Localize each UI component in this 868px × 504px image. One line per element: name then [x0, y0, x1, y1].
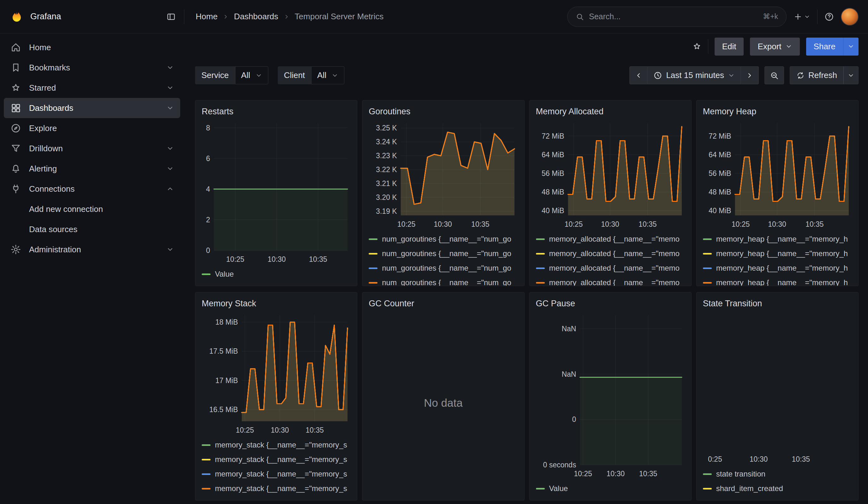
panel-memory-stack: Memory Stack16.5 MiB17 MiB17.5 MiB18 MiB…	[195, 292, 357, 501]
time-range-picker[interactable]: Last 15 minutes	[648, 66, 741, 84]
legend-item[interactable]: memory_stack {__name__="memory_s	[202, 438, 351, 452]
grafana-logo-icon[interactable]	[9, 10, 24, 24]
legend-item[interactable]: memory_heap {__name__="memory_h	[703, 275, 852, 286]
sidebar-item-home[interactable]: Home	[4, 37, 180, 58]
app-body: HomeBookmarksStarredDashboardsExploreDri…	[0, 33, 868, 504]
svg-text:3.22 K: 3.22 K	[376, 165, 397, 174]
chevron-down-icon[interactable]	[166, 145, 174, 152]
main-area: Edit Export Share ServiceAllClientAll La…	[184, 33, 868, 504]
panel-title[interactable]: State Transition	[703, 297, 852, 310]
chart-canvas[interactable]: 16.5 MiB17 MiB17.5 MiB18 MiB10:2510:3010…	[202, 310, 351, 436]
chart-canvas[interactable]: 40 MiB48 MiB56 MiB64 MiB72 MiB10:2510:30…	[536, 118, 685, 230]
legend-item[interactable]: state transition	[703, 467, 852, 481]
search-input[interactable]	[589, 12, 758, 21]
refresh-interval-button[interactable]	[844, 66, 859, 84]
time-shift-back-button[interactable]	[629, 66, 648, 84]
sidebar-item-explore[interactable]: Explore	[4, 118, 180, 138]
chevron-down-icon[interactable]	[166, 84, 174, 92]
dock-sidebar-icon[interactable]	[166, 12, 176, 21]
export-button-label: Export	[757, 42, 781, 51]
export-button[interactable]: Export	[750, 38, 799, 55]
sidebar-item-label: Dashboards	[29, 103, 73, 113]
legend-item[interactable]: num_goroutines {__name__="num_go	[369, 275, 518, 286]
legend-marker	[703, 282, 712, 284]
legend-item[interactable]: Value	[202, 267, 351, 281]
favorite-star-icon[interactable]	[692, 42, 702, 51]
panel-title[interactable]: Memory Heap	[703, 105, 852, 118]
variable-value-dropdown[interactable]: All	[311, 66, 344, 84]
legend-item[interactable]: num_goroutines {__name__="num_go	[369, 232, 518, 246]
legend-label: memory_stack {__name__="memory_s	[215, 441, 347, 449]
share-button[interactable]: Share	[806, 38, 843, 55]
refresh-button[interactable]: Refresh	[790, 66, 844, 84]
sidebar-item-administration[interactable]: Administration	[4, 239, 180, 260]
chart-canvas[interactable]: 3.19 K3.20 K3.21 K3.22 K3.23 K3.24 K3.25…	[369, 118, 518, 230]
legend-item[interactable]: memory_heap {__name__="memory_h	[703, 261, 852, 275]
legend-marker	[202, 459, 210, 460]
svg-text:6: 6	[206, 154, 210, 163]
legend-item[interactable]: memory_stack {__name__="memory_s	[202, 467, 351, 481]
legend-item[interactable]: memory_heap {__name__="memory_h	[703, 246, 852, 261]
help-icon[interactable]	[825, 12, 834, 21]
sidebar-item-starred[interactable]: Starred	[4, 78, 180, 98]
chevron-down-icon[interactable]	[166, 165, 174, 172]
sidebar-item-bookmarks[interactable]: Bookmarks	[4, 58, 180, 78]
edit-button[interactable]: Edit	[715, 38, 744, 55]
legend-item[interactable]: memory_heap {__name__="memory_h	[703, 232, 852, 246]
legend-item[interactable]: memory_allocated {__name__="memo	[536, 232, 685, 246]
svg-text:10:25: 10:25	[236, 426, 254, 434]
legend-item[interactable]: Value	[536, 481, 685, 496]
legend-item[interactable]: memory_stack {__name__="memory_s	[202, 481, 351, 496]
legend-item[interactable]: memory_allocated {__name__="memo	[536, 246, 685, 261]
legend: memory_heap {__name__="memory_hmemory_he…	[703, 230, 852, 286]
legend-item[interactable]: num_goroutines {__name__="num_go	[369, 261, 518, 275]
legend-item[interactable]: shard_item_created	[703, 481, 852, 496]
legend-item[interactable]: memory_allocated {__name__="memo	[536, 275, 685, 286]
chevron-up-icon[interactable]	[166, 185, 174, 193]
panel-title[interactable]: GC Pause	[536, 297, 685, 310]
chart-canvas[interactable]: 0 seconds0NaNNaN10:2510:3010:35	[536, 310, 685, 480]
sidebar-item-data-sources[interactable]: Data sources	[4, 219, 180, 239]
chevron-down-icon[interactable]	[166, 64, 174, 71]
zoom-out-button[interactable]	[764, 66, 784, 84]
legend-marker	[536, 253, 545, 255]
legend-label: memory_heap {__name__="memory_h	[716, 235, 848, 244]
panel-title[interactable]: Memory Allocated	[536, 105, 685, 118]
share-menu-button[interactable]	[843, 38, 859, 55]
grafana-app: Grafana HomeDashboardsTemporal Server Me…	[0, 0, 868, 504]
sidebar-item-drilldown[interactable]: Drilldown	[4, 138, 180, 158]
legend-item[interactable]: memory_allocated {__name__="memo	[536, 261, 685, 275]
chart-canvas[interactable]: 0:2510:3010:35	[703, 310, 852, 465]
panel-title[interactable]: Memory Stack	[202, 297, 351, 310]
timeseries-plot: 0 seconds0NaNNaN10:2510:3010:35	[536, 310, 685, 480]
panel-goroutines: Goroutines3.19 K3.20 K3.21 K3.22 K3.23 K…	[362, 100, 524, 286]
breadcrumb-item-home[interactable]: Home	[196, 12, 217, 21]
panel-memory-heap: Memory Heap40 MiB48 MiB56 MiB64 MiB72 Mi…	[696, 100, 859, 286]
user-avatar[interactable]	[841, 8, 859, 25]
sidebar-item-connections[interactable]: Connections	[4, 179, 180, 199]
sidebar-item-add-new-connection[interactable]: Add new connection	[4, 199, 180, 219]
panel-title[interactable]: Restarts	[202, 105, 351, 118]
variable-value-dropdown[interactable]: All	[235, 66, 268, 84]
chart-canvas[interactable]: 0246810:2510:3010:35	[202, 118, 351, 266]
panel-title[interactable]: GC Counter	[369, 297, 518, 310]
apps-icon	[10, 102, 21, 114]
time-shift-forward-button[interactable]	[741, 66, 759, 84]
search-box[interactable]: ⌘+k	[567, 7, 787, 27]
breadcrumb-item-dashboards[interactable]: Dashboards	[234, 12, 278, 21]
legend-item[interactable]: memory_stack {__name__="memory_s	[202, 452, 351, 467]
sidebar-item-alerting[interactable]: Alerting	[4, 158, 180, 179]
chevron-down-icon[interactable]	[166, 104, 174, 112]
timeseries-plot: 0246810:2510:3010:35	[202, 118, 351, 266]
chart-canvas[interactable]: 40 MiB48 MiB56 MiB64 MiB72 MiB10:2510:30…	[703, 118, 852, 230]
new-button[interactable]	[794, 12, 810, 21]
svg-text:10:25: 10:25	[732, 220, 750, 228]
panel-body: 40 MiB48 MiB56 MiB64 MiB72 MiB10:2510:30…	[536, 118, 685, 281]
sidebar-item-label: Home	[29, 43, 51, 52]
panel-body: 40 MiB48 MiB56 MiB64 MiB72 MiB10:2510:30…	[703, 118, 852, 281]
svg-text:56 MiB: 56 MiB	[709, 169, 731, 177]
sidebar-item-dashboards[interactable]: Dashboards	[4, 98, 180, 118]
legend-item[interactable]: num_goroutines {__name__="num_go	[369, 246, 518, 261]
panel-title[interactable]: Goroutines	[369, 105, 518, 118]
chevron-down-icon[interactable]	[166, 246, 174, 253]
